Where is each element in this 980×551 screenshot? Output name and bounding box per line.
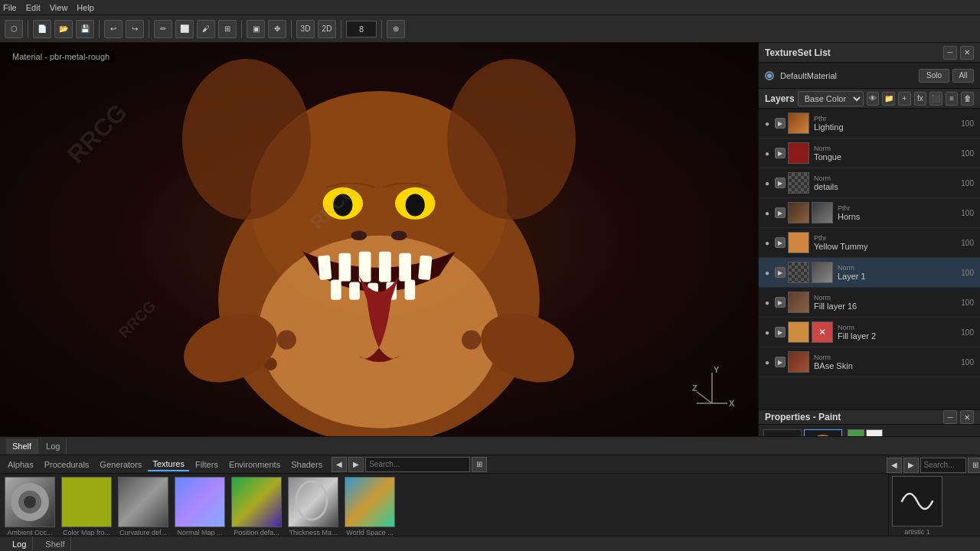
shelf-label-worldspace: World Space ... [346, 529, 393, 536]
shelf-cat-textures[interactable]: Textures [148, 458, 189, 471]
properties-panel: Properties - Paint ─ ✕ [759, 410, 980, 436]
layer-row-fill16[interactable]: ● ▶ Norm Fill layer 16 100 [759, 288, 980, 318]
svg-rect-10 [339, 253, 351, 282]
shelf-right-prev[interactable]: ◀ [887, 458, 902, 473]
textureset-radio[interactable] [765, 71, 774, 80]
layer-mask-fill2-x: ✕ [812, 321, 833, 343]
shelf-item-normalmap[interactable]: Normal Map ... [173, 477, 227, 536]
toolbar-select[interactable]: ▣ [247, 20, 265, 38]
layer-row-yellow-tummy[interactable]: ● ▶ Pthr Yellow Tummy 100 [759, 228, 980, 258]
shelf-cat-procedurals[interactable]: Procedurals [40, 458, 94, 471]
brush-preview-wave[interactable] [763, 429, 802, 436]
shelf-cat-filters[interactable]: Filters [191, 458, 223, 471]
properties-close[interactable]: ✕ [960, 410, 974, 424]
shelf-prev-btn[interactable]: ◀ [332, 457, 347, 472]
swatch-green[interactable] [848, 429, 864, 436]
layer-eye-layer1[interactable]: ● [762, 267, 773, 278]
layers-folder[interactable]: 📁 [882, 92, 895, 106]
layer-row-layer1[interactable]: ● ▶ Norm Layer 1 100 [759, 258, 980, 288]
shelf-item-artistic1[interactable]: artistic 1 [892, 476, 942, 536]
layers-add[interactable]: + [898, 92, 911, 106]
monster-svg [0, 43, 758, 436]
toolbar-eraser[interactable]: ⬜ [175, 20, 194, 38]
textureset-solo-btn[interactable]: Solo [919, 69, 949, 83]
shelf-thumb-artistic1 [892, 476, 942, 527]
layer-eye-lighting[interactable]: ● [762, 118, 773, 129]
status-tab-log[interactable]: Log [6, 536, 33, 551]
axis-x: X [729, 399, 735, 408]
layer-eye-fill16[interactable]: ● [762, 297, 773, 308]
swatch-white[interactable] [866, 429, 883, 436]
shelf-item-position[interactable]: Position defa... [230, 477, 283, 536]
shelf-cat-generators[interactable]: Generators [95, 458, 146, 471]
layer-eye-details[interactable]: ● [762, 178, 773, 188]
shelf-tab-log[interactable]: Log [40, 439, 67, 454]
layer-row-horns[interactable]: ● ▶ Pthr Horns 100 [759, 198, 980, 228]
shelf-item-thickness[interactable]: Thickness Ma... [286, 477, 340, 536]
layers-mask[interactable]: ⬛ [929, 92, 942, 106]
channel-select[interactable]: Base Color Roughness Metallic Normal Hei… [798, 91, 864, 106]
layers-delete[interactable]: 🗑 [961, 92, 974, 106]
shelf-cat-alphas[interactable]: Alphas [3, 458, 38, 471]
toolbar-redo[interactable]: ↪ [126, 20, 144, 38]
menu-edit[interactable]: Edit [26, 3, 41, 12]
brush-color-swatches: ✕ [848, 429, 883, 436]
toolbar-move[interactable]: ✥ [268, 20, 286, 38]
layer-eye-horns[interactable]: ● [762, 207, 773, 218]
menu-view[interactable]: View [50, 3, 68, 12]
shelf-right-next[interactable]: ▶ [903, 458, 919, 473]
shelf-item-worldspace[interactable]: World Space ... [343, 477, 397, 536]
brush-previews-row: ✕ [759, 425, 980, 436]
layer-eye-yellow-tummy[interactable]: ● [762, 237, 773, 248]
brush-preview-ball[interactable] [804, 429, 842, 436]
layer-row-tongue[interactable]: ● ▶ Norm Tongue 100 [759, 139, 980, 168]
menu-file[interactable]: File [3, 3, 17, 12]
toolbar-logo[interactable]: ⬡ [5, 20, 23, 38]
shelf-right-search[interactable] [920, 458, 966, 473]
status-tab-shelf[interactable]: Shelf [39, 536, 71, 551]
toolbar-undo[interactable]: ↩ [104, 20, 122, 38]
shelf-item-curvature[interactable]: Curvature def... [116, 477, 170, 536]
toolbar-open[interactable]: 📂 [54, 20, 73, 38]
textureset-close[interactable]: ✕ [960, 46, 974, 60]
shelf-search-input[interactable] [365, 457, 470, 472]
layer-name-details: details [814, 182, 959, 191]
toolbar-save[interactable]: 💾 [76, 20, 94, 38]
brush-size-input[interactable] [346, 21, 377, 37]
properties-minimize[interactable]: ─ [943, 410, 957, 424]
layer-row-lighting[interactable]: ● ▶ Pthr Lighting 100 [759, 109, 980, 139]
textureset-all-btn[interactable]: All [952, 69, 974, 83]
shelf-tab-shelf[interactable]: Shelf [6, 439, 38, 454]
menubar: File Edit View Help [0, 0, 980, 15]
layer-info-layer1: Norm Layer 1 [835, 264, 959, 281]
layers-fx[interactable]: fx [914, 92, 927, 106]
layers-visibility[interactable]: 👁 [867, 92, 880, 106]
toolbar-view3d[interactable]: 3D [296, 20, 315, 38]
shelf-next-btn[interactable]: ▶ [348, 457, 364, 472]
layer-name-base-skin: BAse Skin [814, 361, 959, 370]
brush-wave-svg [765, 431, 800, 436]
layers-more[interactable]: ≡ [946, 92, 959, 106]
shelf-cat-shaders[interactable]: Shaders [286, 458, 327, 471]
layer-eye-base-skin[interactable]: ● [762, 357, 773, 367]
shelf-cat-environments[interactable]: Environments [224, 458, 285, 471]
menu-help[interactable]: Help [77, 3, 94, 12]
layer-row-base-skin[interactable]: ● ▶ Norm BAse Skin 100 [759, 347, 980, 377]
shelf-item-colormap[interactable]: Color Map fro... [60, 477, 113, 536]
shelf-right-grid[interactable]: ⊞ [968, 458, 981, 473]
shelf-item-ao[interactable]: Ambient Occ... [3, 477, 57, 536]
toolbar-view2d[interactable]: 2D [318, 20, 336, 38]
viewport[interactable]: RRCG RRCG RRCG Material - pbr-metal-roug… [0, 43, 758, 436]
toolbar-new[interactable]: 📄 [33, 20, 51, 38]
toolbar-clone[interactable]: ⊞ [218, 20, 237, 38]
layer-eye-fill2[interactable]: ● [762, 327, 773, 337]
toolbar-picker[interactable]: ⊕ [387, 20, 405, 38]
layer-row-fill2[interactable]: ● ▶ ✕ Norm Fill layer 2 100 [759, 318, 980, 347]
layer-eye-tongue[interactable]: ● [762, 148, 773, 158]
toolbar-smudge[interactable]: 🖌 [197, 20, 215, 38]
toolbar-paint[interactable]: ✏ [154, 20, 172, 38]
textureset-minimize[interactable]: ─ [943, 46, 957, 60]
main-area: RRCG RRCG RRCG Material - pbr-metal-roug… [0, 43, 980, 436]
layer-row-details[interactable]: ● ▶ Norm details 100 [759, 168, 980, 198]
shelf-grid-view[interactable]: ⊞ [472, 457, 487, 472]
